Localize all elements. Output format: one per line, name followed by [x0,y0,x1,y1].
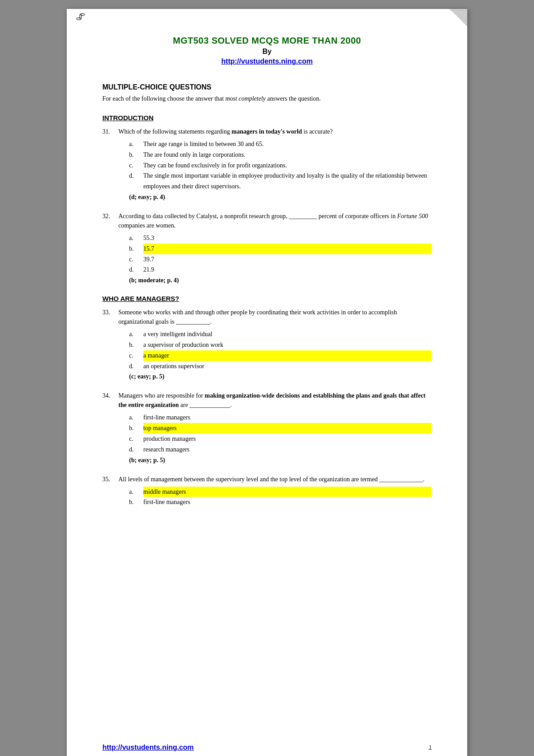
q31-option-a: a. Their age range is limited to between… [129,139,432,150]
page-footer: http://vustudents.ning.com 1 [102,744,432,752]
q32-option-a: a. 55.3 [129,233,432,244]
q31-opt-d-text: The single most important variable in em… [143,171,432,192]
q32-opt-b-text: 15.7 [143,244,432,254]
q34-opt-c-text: production managers [143,434,432,444]
q34-opt-b-text: top managers [143,423,432,434]
q31-option-c: c. They can be found exclusively in for … [129,160,432,171]
q32-option-c: c. 39.7 [129,254,432,265]
q31-answer: (d; easy; p. 4) [129,194,432,201]
q32-text: According to data collected by Catalyst,… [118,211,432,230]
q31-option-b: b. The are found only in large corporati… [129,150,432,160]
q34-options: a. first-line managers b. top managers c… [129,412,432,455]
q33-number: 33. [102,308,118,326]
q35-opt-a-text: middle managers [143,487,432,497]
question-34-row: 34. Managers who are responsible for mak… [102,391,432,410]
document-header: MGT503 SOLVED MCQS MORE THAN 2000 By htt… [102,36,432,65]
page-number: 1 [429,744,432,752]
by-label: By [102,48,432,56]
q32-opt-c-text: 39.7 [143,254,432,265]
q34-option-b: b. top managers [129,423,432,434]
intro-before: For each of the following choose the ans… [102,95,225,102]
q33-opt-a-text: a very intelligent individual [143,329,432,340]
q34-number: 34. [102,391,118,410]
q34-option-c: c. production managers [129,434,432,444]
website-link[interactable]: http://vustudents.ning.com [102,57,432,65]
question-34: 34. Managers who are responsible for mak… [102,391,432,463]
question-31: 31. Which of the following statements re… [102,127,432,201]
section-who-managers: WHO ARE MANAGERS? [102,295,432,302]
q33-option-b: b. a supervisor of production work [129,340,432,350]
q31-option-d: d. The single most important variable in… [129,171,432,192]
q31-bold: managers in today's world [231,128,302,135]
q35-text: All levels of management between the sup… [118,475,432,484]
q34-bold: making organization-wide decisions and e… [118,392,425,408]
q32-number: 32. [102,211,118,230]
q33-opt-b-text: a supervisor of production work [143,340,432,350]
q32-opt-a-text: 55.3 [143,233,432,244]
q33-opt-c-text: a manager [143,350,432,361]
section-title: MULTIPLE-CHOICE QUESTIONS [102,83,432,91]
q33-options: a. a very intelligent individual b. a su… [129,329,432,371]
q35-option-a: a. middle managers [129,487,432,497]
question-33-row: 33. Someone who works with and through o… [102,308,432,326]
q31-opt-a-text: Their age range is limited to between 30… [143,139,432,150]
q34-option-d: d. research managers [129,444,432,455]
q32-answer: (b; moderate; p. 4) [129,277,432,284]
q33-text: Someone who works with and through other… [118,308,432,326]
q35-options: a. middle managers b. first-line manager… [129,487,432,508]
footer-link[interactable]: http://vustudents.ning.com [102,744,194,752]
q34-opt-a-text: first-line managers [143,412,432,423]
q33-option-a: a. a very intelligent individual [129,329,432,340]
q34-opt-d-text: research managers [143,444,432,455]
q32-italic: Fortune 500 [397,213,428,219]
q31-opt-c-text: They can be found exclusively in for pro… [143,160,432,171]
question-33: 33. Someone who works with and through o… [102,308,432,380]
intro-italic: most completely [225,95,266,102]
q32-options: a. 55.3 b. 15.7 c. 39.7 d. 21.9 [129,233,432,275]
q32-option-b: b. 15.7 [129,244,432,254]
intro-text: For each of the following choose the ans… [102,94,432,103]
q31-options: a. Their age range is limited to between… [129,139,432,192]
q31-opt-b-text: The are found only in large corporations… [143,150,432,160]
main-title: MGT503 SOLVED MCQS MORE THAN 2000 [102,36,432,46]
q32-option-d: d. 21.9 [129,264,432,275]
q32-opt-d-text: 21.9 [143,264,432,275]
q33-answer: (c; easy; p. 5) [129,373,432,380]
q34-text: Managers who are responsible for making … [118,391,432,410]
question-32-row: 32. According to data collected by Catal… [102,211,432,230]
document-page: 🖇 MGT503 SOLVED MCQS MORE THAN 2000 By h… [67,9,467,756]
q35-number: 35. [102,475,118,484]
q35-option-b: b. first-line managers [129,497,432,508]
question-35-row: 35. All levels of management between the… [102,475,432,484]
q31-number: 31. [102,127,118,136]
q35-opt-b-text: first-line managers [143,497,432,508]
question-35: 35. All levels of management between the… [102,475,432,508]
question-32: 32. According to data collected by Catal… [102,211,432,284]
intro-after: answers the question. [266,95,321,102]
question-31-row: 31. Which of the following statements re… [102,127,432,136]
q31-text: Which of the following statements regard… [118,127,432,136]
q34-answer: (b; easy; p. 5) [129,457,432,464]
q33-option-c: c. a manager [129,350,432,361]
q34-option-a: a. first-line managers [129,412,432,423]
q33-option-d: d. an operations supervisor [129,361,432,372]
section-introduction: INTRODUCTION [102,114,432,122]
clip-icon: 🖇 [76,11,85,23]
q33-opt-d-text: an operations supervisor [143,361,432,372]
